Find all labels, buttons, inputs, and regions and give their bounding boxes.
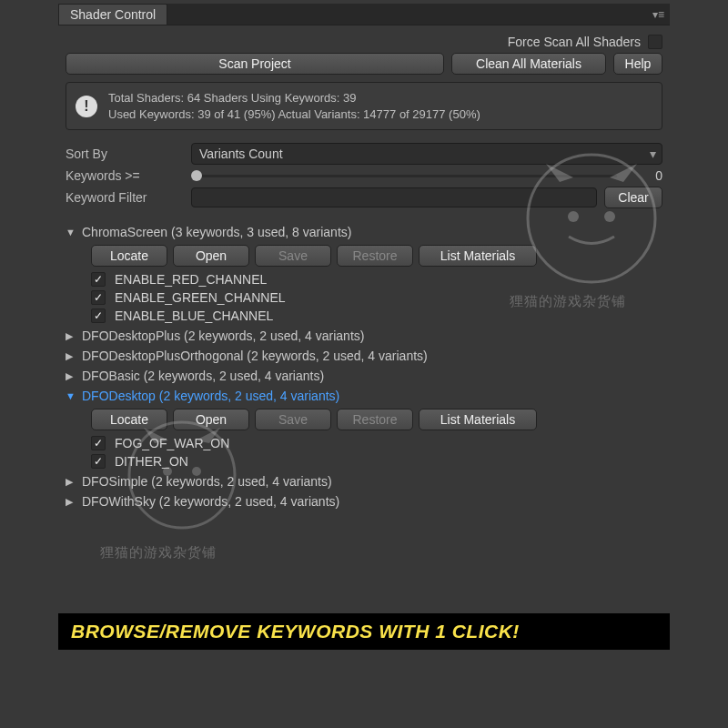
tab-bar: Shader Control ▾≡ [58,4,670,25]
list-materials-button[interactable]: List Materials [419,409,537,430]
tab-shader-control[interactable]: Shader Control [58,4,167,25]
triangle-down-icon[interactable]: ▼ [66,390,76,401]
locate-button[interactable]: Locate [91,409,167,430]
shader-title: DFODesktopPlusOrthogonal (2 keywords, 2 … [82,349,428,363]
open-button[interactable]: Open [173,409,249,430]
help-button[interactable]: Help [613,53,662,75]
locate-button[interactable]: Locate [91,245,167,267]
keyword-filter-input[interactable] [191,187,597,207]
clear-button[interactable]: Clear [604,187,662,208]
promo-banner: BROWSE/REMOVE KEYWORDS WITH 1 CLICK! [58,613,670,650]
triangle-down-icon[interactable]: ▼ [66,227,76,238]
shader-title: DFODesktop (2 keywords, 2 used, 4 varian… [82,389,339,403]
stats-line-1: Total Shaders: 64 Shaders Using Keywords… [108,90,480,106]
shader-row[interactable]: ▼DFODesktop (2 keywords, 2 used, 4 varia… [66,389,662,403]
keywords-ge-slider[interactable]: 0 [191,168,662,183]
restore-button[interactable]: Restore [337,409,413,430]
shader-row[interactable]: ▶DFOWithSky (2 keywords, 2 used, 4 varia… [66,494,662,509]
keyword-label: ENABLE_GREEN_CHANNEL [115,290,286,305]
stats-line-2: Used Keywords: 39 of 41 (95%) Actual Var… [108,106,480,123]
open-button[interactable]: Open [173,245,249,267]
keyword-filter-label: Keyword Filter [66,190,184,205]
keyword-checkbox[interactable] [91,290,106,305]
triangle-right-icon[interactable]: ▶ [66,476,76,488]
restore-button[interactable]: Restore [337,245,413,267]
keywords-ge-value: 0 [655,168,662,183]
keyword-checkbox[interactable] [91,436,106,450]
panel-menu-icon[interactable]: ▾≡ [652,8,664,21]
keyword-checkbox[interactable] [91,308,106,323]
shader-row[interactable]: ▶DFODesktopPlusOrthogonal (2 keywords, 2… [66,349,662,363]
shader-row[interactable]: ▶DFOSimple (2 keywords, 2 used, 4 varian… [66,474,662,489]
shader-title: DFOWithSky (2 keywords, 2 used, 4 varian… [82,494,339,509]
keyword-label: DITHER_ON [115,454,188,469]
triangle-right-icon[interactable]: ▶ [66,350,76,362]
triangle-right-icon[interactable]: ▶ [66,330,76,342]
keywords-ge-label: Keywords >= [66,168,184,183]
triangle-right-icon[interactable]: ▶ [66,370,76,382]
shader-row[interactable]: ▶DFODesktopPlus (2 keywords, 2 used, 4 v… [66,329,662,343]
keyword-label: ENABLE_BLUE_CHANNEL [115,308,273,323]
shader-row[interactable]: ▼ChromaScreen (3 keywords, 3 used, 8 var… [66,225,662,239]
save-button[interactable]: Save [255,245,331,267]
force-scan-label: Force Scan All Shaders [508,35,641,49]
sort-by-select[interactable]: Variants Count [191,143,662,165]
clean-all-materials-button[interactable]: Clean All Materials [451,53,606,75]
shader-title: DFODesktopPlus (2 keywords, 2 used, 4 va… [82,329,364,343]
triangle-right-icon[interactable]: ▶ [66,496,76,508]
shader-title: DFOBasic (2 keywords, 2 used, 4 variants… [82,369,324,383]
scan-project-button[interactable]: Scan Project [66,53,444,75]
shader-title: ChromaScreen (3 keywords, 3 used, 8 vari… [82,225,351,239]
shader-title: DFOSimple (2 keywords, 2 used, 4 variant… [82,474,332,489]
shader-tree: ▼ChromaScreen (3 keywords, 3 used, 8 var… [66,225,662,509]
force-scan-checkbox[interactable] [648,35,662,49]
shader-row[interactable]: ▶DFOBasic (2 keywords, 2 used, 4 variant… [66,369,662,383]
keyword-label: ENABLE_RED_CHANNEL [115,272,267,287]
keyword-checkbox[interactable] [91,272,106,287]
info-icon: ! [76,96,97,117]
keyword-checkbox[interactable] [91,454,106,469]
keyword-label: FOG_OF_WAR_ON [115,436,229,450]
list-materials-button[interactable]: List Materials [419,245,537,267]
save-button[interactable]: Save [255,409,331,430]
stats-panel: ! Total Shaders: 64 Shaders Using Keywor… [66,82,662,130]
sort-by-label: Sort By [66,147,184,161]
